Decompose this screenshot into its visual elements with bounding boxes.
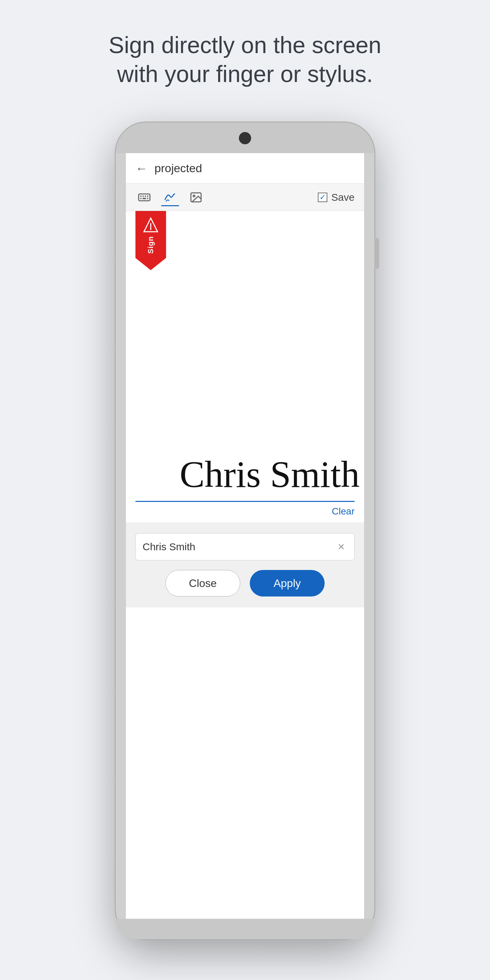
headline-line1: Sign directly on the screen [108, 32, 381, 58]
signature-line-area: Chris Smith [135, 453, 355, 502]
save-checkbox-check: ✓ [320, 194, 326, 201]
clear-button[interactable]: Clear [332, 506, 355, 517]
signature-area[interactable]: Sign Chris Smith Clear [126, 211, 364, 522]
keyboard-icon-button[interactable] [135, 189, 153, 206]
signature-text: Chris Smith [135, 453, 355, 500]
phone-screen: ← projected [126, 153, 364, 919]
svg-point-9 [193, 195, 195, 197]
save-label: Save [331, 192, 355, 203]
adobe-bookmark-body: Sign [135, 211, 166, 258]
save-checkbox[interactable]: ✓ [318, 192, 327, 202]
name-clear-icon-button[interactable]: ✕ [335, 541, 347, 553]
adobe-bookmark: Sign [135, 211, 166, 270]
phone-camera [239, 132, 251, 144]
toolbar: ✓ Save [126, 184, 364, 211]
screen-white-space [126, 608, 364, 919]
nav-title: projected [154, 162, 202, 175]
headline: Sign directly on the screen with your fi… [108, 30, 381, 89]
headline-line2: with your finger or stylus. [117, 61, 373, 87]
phone-frame: ← projected [116, 123, 374, 939]
bottom-panel: ✕ Close Apply [126, 522, 364, 608]
save-area: ✓ Save [318, 192, 355, 203]
signature-underline [135, 501, 355, 502]
phone-side-button [374, 238, 379, 269]
name-input[interactable] [143, 541, 335, 553]
nav-bar: ← projected [126, 153, 364, 184]
back-button[interactable]: ← [135, 161, 148, 176]
name-input-row: ✕ [135, 533, 355, 560]
adobe-sign-text: Sign [146, 236, 155, 254]
close-button[interactable]: Close [165, 570, 240, 597]
action-buttons: Close Apply [135, 570, 355, 597]
apply-button[interactable]: Apply [250, 570, 325, 597]
draw-signature-icon-button[interactable] [161, 189, 179, 206]
adobe-bookmark-arrow [135, 258, 166, 270]
phone-top-bar [116, 123, 374, 153]
svg-rect-0 [138, 194, 150, 201]
image-icon-button[interactable] [187, 189, 205, 206]
phone-bottom [116, 919, 374, 939]
adobe-logo-icon [142, 216, 159, 234]
